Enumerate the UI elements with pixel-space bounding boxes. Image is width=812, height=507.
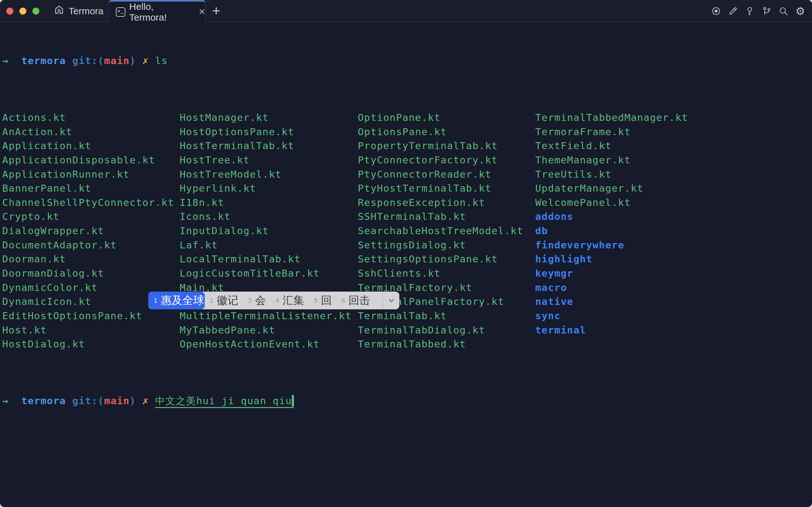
- file-entry: SearchableHostTreeModel.kt: [358, 224, 524, 238]
- ime-candidate[interactable]: 4汇集: [270, 292, 309, 309]
- ime-candidate-number: 5: [314, 297, 318, 304]
- dir-entry: sync: [535, 309, 688, 323]
- chevron-down-icon: [387, 296, 396, 305]
- traffic-zoom-button[interactable]: [33, 8, 39, 15]
- file-entry: UpdaterManager.kt: [535, 181, 688, 195]
- ime-candidate-number: 2: [210, 297, 214, 304]
- file-entry: SettingsOptionsPane.kt: [358, 252, 524, 266]
- tab-label: Hello, Termora!: [129, 1, 192, 23]
- file-entry: DocumentAdaptor.kt: [2, 238, 174, 252]
- app-tab-label: Termora: [68, 6, 104, 16]
- ls-output: Actions.ktAnAction.ktApplication.ktAppli…: [2, 110, 812, 351]
- ime-candidate[interactable]: 3会: [243, 292, 271, 309]
- file-entry: BannerPanel.kt: [2, 181, 174, 195]
- tab-hello-termora[interactable]: >_ Hello, Termora! ✕: [109, 0, 206, 22]
- file-entry: Crypto.kt: [2, 209, 174, 224]
- file-entry: WelcomePanel.kt: [535, 195, 688, 210]
- file-entry: ResponseException.kt: [358, 195, 524, 210]
- pencil-icon[interactable]: [728, 6, 738, 16]
- ime-composition-text[interactable]: 中文之美hui ji quan qiu: [155, 395, 294, 408]
- record-icon[interactable]: [711, 6, 721, 16]
- ime-candidate[interactable]: 5回: [309, 292, 336, 309]
- dir-entry: native: [535, 294, 688, 309]
- file-entry: Laf.kt: [180, 238, 352, 252]
- ime-candidate-text: 回击: [348, 293, 370, 308]
- app-window: Termora >_ Hello, Termora! ✕ + ⚙: [0, 0, 812, 507]
- file-entry: Doorman.kt: [2, 252, 174, 266]
- file-entry: OptionPane.kt: [358, 110, 524, 125]
- ime-candidate-number: 4: [275, 297, 279, 304]
- file-entry: TerminalTabbed.kt: [358, 337, 524, 351]
- ime-candidate-window: 1惠及全球2徽记3会4汇集5回6回击: [148, 292, 399, 309]
- app-home-tab[interactable]: Termora: [54, 0, 104, 22]
- new-tab-button[interactable]: +: [209, 3, 223, 19]
- file-entry: DoormanDialog.kt: [2, 266, 174, 280]
- titlebar-icons: ⚙: [711, 0, 805, 22]
- file-entry: AnAction.kt: [2, 125, 174, 139]
- file-entry: TextField.kt: [535, 138, 688, 153]
- file-entry: HostTreeModel.kt: [180, 167, 352, 181]
- dir-entry: findeverywhere: [535, 238, 688, 252]
- file-entry: ApplicationRunner.kt: [2, 167, 174, 181]
- file-entry: PtyConnectorReader.kt: [358, 167, 524, 181]
- dir-entry: terminal: [535, 323, 688, 337]
- file-column-2: HostManager.ktHostOptionsPane.ktHostTerm…: [180, 110, 352, 351]
- home-icon: [54, 5, 64, 17]
- file-entry: LogicCustomTitleBar.kt: [180, 266, 352, 280]
- ime-candidate-text: 会: [255, 293, 266, 308]
- dir-entry: macro: [535, 280, 688, 295]
- ime-candidate-text: 惠及全球: [161, 293, 204, 308]
- file-entry: MultipleTerminalListener.kt: [180, 309, 352, 323]
- file-entry: DialogWrapper.kt: [2, 224, 174, 238]
- file-entry: Icons.kt: [180, 209, 352, 224]
- file-entry: HostOptionsPane.kt: [180, 125, 352, 139]
- file-entry: Actions.kt: [2, 110, 174, 125]
- file-entry: EditHostOptionsPane.kt: [2, 309, 174, 323]
- file-entry: PropertyTerminalTab.kt: [358, 138, 524, 153]
- ime-candidate-number: 3: [248, 297, 252, 304]
- ime-candidate-selected[interactable]: 1惠及全球: [148, 292, 205, 309]
- file-entry: TermoraFrame.kt: [535, 125, 688, 139]
- ime-candidate[interactable]: 6回击: [336, 292, 375, 309]
- file-entry: SettingsDialog.kt: [358, 238, 524, 252]
- file-entry: ChannelShellPtyConnector.kt: [2, 195, 174, 210]
- file-entry: TerminalTabbedManager.kt: [535, 110, 688, 125]
- file-entry: PtyConnectorFactory.kt: [358, 153, 524, 167]
- file-entry: TreeUtils.kt: [535, 167, 688, 181]
- dir-entry: keymgr: [535, 266, 688, 280]
- file-entry: Application.kt: [2, 138, 174, 153]
- file-entry: LocalTerminalTab.kt: [180, 252, 352, 266]
- traffic-close-button[interactable]: [6, 8, 13, 15]
- file-entry: HostTree.kt: [180, 153, 352, 167]
- file-column-1: Actions.ktAnAction.ktApplication.ktAppli…: [2, 110, 174, 351]
- file-entry: SSHTerminalTab.kt: [358, 209, 524, 224]
- terminal-screen[interactable]: → termora git:(main) ✗ ls Actions.ktAnAc…: [2, 25, 812, 436]
- file-entry: MyTabbedPane.kt: [180, 323, 352, 337]
- gear-icon[interactable]: ⚙: [796, 6, 805, 16]
- ime-candidate-number: 6: [341, 297, 345, 304]
- file-entry: ApplicationDisposable.kt: [2, 153, 174, 167]
- search-icon[interactable]: [779, 6, 788, 16]
- traffic-minimize-button[interactable]: [19, 8, 26, 15]
- tab-close-icon[interactable]: ✕: [199, 7, 205, 17]
- file-entry: I18n.kt: [180, 195, 352, 210]
- file-entry: ThemeManager.kt: [535, 153, 688, 167]
- file-entry: TerminalTabDialog.kt: [358, 323, 524, 337]
- branch-icon[interactable]: [762, 6, 771, 16]
- ime-candidate-text: 汇集: [282, 293, 304, 308]
- ime-more-button[interactable]: [382, 292, 399, 309]
- file-entry: InputDialog.kt: [180, 224, 352, 238]
- dir-entry: addons: [535, 209, 688, 224]
- ime-candidate-text: 徽记: [217, 293, 238, 308]
- file-entry: SshClients.kt: [358, 266, 524, 280]
- key-icon[interactable]: [745, 6, 755, 16]
- ime-candidate-number: 1: [154, 297, 158, 304]
- file-entry: OpenHostActionEvent.kt: [180, 337, 352, 351]
- file-entry: OptionsPane.kt: [358, 125, 524, 139]
- ime-candidate[interactable]: 2徽记: [205, 292, 243, 309]
- file-entry: HostDialog.kt: [2, 337, 174, 351]
- dir-entry: db: [535, 224, 688, 238]
- file-entry: Hyperlink.kt: [180, 181, 352, 195]
- dir-entry: highlight: [535, 252, 688, 266]
- ime-candidate-text: 回: [321, 293, 332, 308]
